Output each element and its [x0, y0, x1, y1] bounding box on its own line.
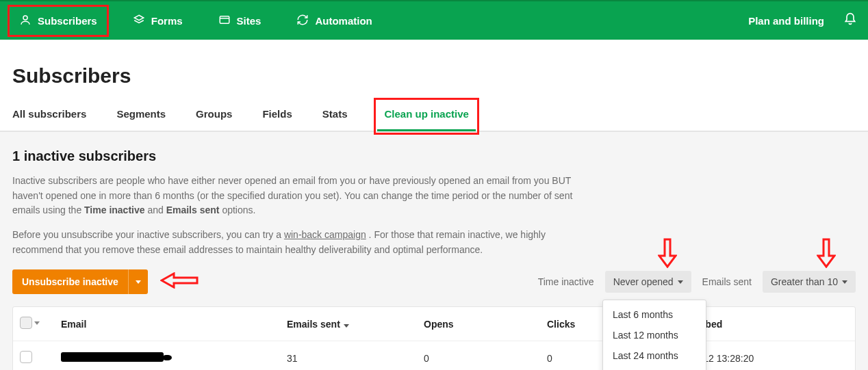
nav-subscribers-label: Subscribers	[38, 15, 97, 27]
tab-stats[interactable]: Stats	[322, 101, 348, 131]
nav-sites[interactable]: Sites	[210, 8, 270, 34]
time-inactive-menu: Last 6 months Last 12 months Last 24 mon…	[602, 300, 706, 370]
tab-groups[interactable]: Groups	[196, 101, 232, 131]
layers-icon	[133, 14, 145, 28]
time-inactive-label: Time inactive	[538, 276, 594, 287]
cell-opens: 0	[424, 353, 547, 364]
top-nav: Subscribers Forms Sites Automation Plan …	[0, 1, 868, 40]
tab-segments[interactable]: Segments	[116, 101, 166, 131]
desc-bold-emails-sent: Emails sent	[166, 204, 220, 215]
nav-subscribers[interactable]: Subscribers	[11, 8, 105, 34]
notifications-button[interactable]	[843, 12, 857, 29]
time-option-never-opened[interactable]: Never opened	[603, 366, 706, 370]
nav-forms-label: Forms	[151, 15, 183, 27]
redacted-email	[61, 352, 164, 362]
nav-sites-label: Sites	[237, 15, 261, 27]
annotation-arrow-time-inactive	[658, 238, 677, 271]
emails-sent-value: Greater than 10	[771, 276, 838, 287]
cell-emails-sent: 31	[287, 353, 424, 364]
nav-automation-label: Automation	[315, 15, 372, 27]
annotation-arrow-emails-sent	[817, 238, 836, 271]
select-all-checkbox[interactable]	[20, 317, 32, 329]
tab-all-subscribers[interactable]: All subscribers	[12, 101, 86, 131]
nav-plan-billing[interactable]: Plan and billing	[748, 15, 824, 27]
annotation-arrow-unsubscribe	[160, 272, 199, 291]
page-title: Subscribers	[12, 64, 856, 88]
time-option-6-months[interactable]: Last 6 months	[603, 304, 706, 325]
person-icon	[19, 14, 31, 28]
desc-text: Before you unsubscribe your inactive sub…	[12, 229, 284, 240]
col-emails-sent[interactable]: Emails sent	[287, 319, 424, 330]
time-option-24-months[interactable]: Last 24 months	[603, 345, 706, 366]
unsubscribe-split-toggle[interactable]	[128, 269, 148, 294]
tab-cleanup-inactive[interactable]: Clean up inactive	[377, 101, 475, 131]
desc-bold-time-inactive: Time inactive	[84, 204, 144, 215]
nav-automation[interactable]: Automation	[288, 8, 380, 34]
unsubscribe-label: Unsubscribe inactive	[12, 269, 128, 294]
svg-rect-2	[220, 16, 229, 23]
table-row: 31 0 0 020-11-12 13:28:20	[13, 341, 855, 370]
inactive-heading: 1 inactive subscribers	[12, 148, 856, 164]
inactive-description-2: Before you unsubscribe your inactive sub…	[12, 228, 580, 257]
time-option-12-months[interactable]: Last 12 months	[603, 325, 706, 345]
col-email[interactable]: Email	[61, 319, 287, 330]
time-inactive-dropdown[interactable]: Never opened	[605, 271, 691, 293]
refresh-icon	[296, 14, 309, 28]
desc-text: and	[147, 204, 166, 215]
inactive-description-1: Inactive subscribers are people who have…	[12, 174, 580, 218]
row-checkbox[interactable]	[20, 351, 32, 363]
window-icon	[218, 14, 231, 28]
table-header: Email Emails sent Opens Clicks Subscribe…	[13, 307, 855, 341]
svg-marker-1	[134, 15, 144, 21]
emails-sent-dropdown[interactable]: Greater than 10	[763, 271, 856, 293]
emails-sent-label: Emails sent	[702, 276, 752, 287]
action-row: Unsubscribe inactive Time inactive Never…	[12, 269, 856, 294]
col-opens[interactable]: Opens	[424, 319, 547, 330]
svg-point-0	[23, 16, 27, 20]
time-inactive-value: Never opened	[613, 276, 674, 287]
nav-forms[interactable]: Forms	[125, 8, 191, 34]
cleanup-panel: 1 inactive subscribers Inactive subscrib…	[0, 131, 868, 370]
tab-fields[interactable]: Fields	[262, 101, 292, 131]
desc-text: options.	[222, 204, 255, 215]
unsubscribe-inactive-button[interactable]: Unsubscribe inactive	[12, 269, 148, 294]
subscriber-tabs: All subscribers Segments Groups Fields S…	[0, 101, 868, 131]
winback-campaign-link[interactable]: win-back campaign	[284, 229, 366, 240]
bell-icon	[843, 16, 857, 28]
inactive-table: Email Emails sent Opens Clicks Subscribe…	[12, 306, 856, 370]
